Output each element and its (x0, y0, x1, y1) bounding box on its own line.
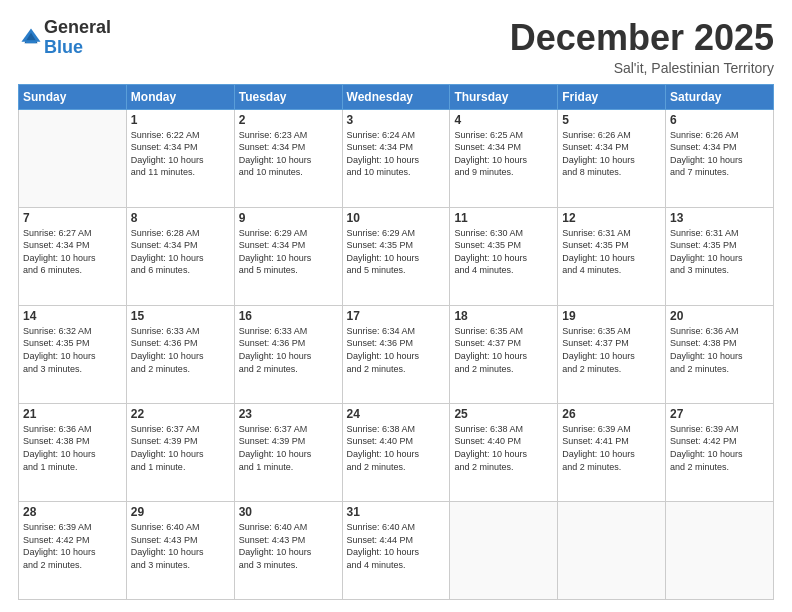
day-number: 25 (454, 407, 553, 421)
day-info: Sunrise: 6:40 AMSunset: 4:43 PMDaylight:… (131, 521, 230, 571)
day-info: Sunrise: 6:25 AMSunset: 4:34 PMDaylight:… (454, 129, 553, 179)
day-info: Sunrise: 6:27 AMSunset: 4:34 PMDaylight:… (23, 227, 122, 277)
table-row (666, 501, 774, 599)
day-number: 31 (347, 505, 446, 519)
calendar-week-row: 1Sunrise: 6:22 AMSunset: 4:34 PMDaylight… (19, 109, 774, 207)
day-info: Sunrise: 6:31 AMSunset: 4:35 PMDaylight:… (562, 227, 661, 277)
day-number: 11 (454, 211, 553, 225)
day-info: Sunrise: 6:35 AMSunset: 4:37 PMDaylight:… (562, 325, 661, 375)
logo-blue: Blue (44, 38, 111, 58)
calendar-header-row: Sunday Monday Tuesday Wednesday Thursday… (19, 84, 774, 109)
col-monday: Monday (126, 84, 234, 109)
table-row: 11Sunrise: 6:30 AMSunset: 4:35 PMDayligh… (450, 207, 558, 305)
day-info: Sunrise: 6:28 AMSunset: 4:34 PMDaylight:… (131, 227, 230, 277)
calendar-week-row: 14Sunrise: 6:32 AMSunset: 4:35 PMDayligh… (19, 305, 774, 403)
table-row: 19Sunrise: 6:35 AMSunset: 4:37 PMDayligh… (558, 305, 666, 403)
table-row: 13Sunrise: 6:31 AMSunset: 4:35 PMDayligh… (666, 207, 774, 305)
table-row: 9Sunrise: 6:29 AMSunset: 4:34 PMDaylight… (234, 207, 342, 305)
page: General Blue December 2025 Sal'it, Pales… (0, 0, 792, 612)
day-number: 2 (239, 113, 338, 127)
day-number: 23 (239, 407, 338, 421)
day-info: Sunrise: 6:33 AMSunset: 4:36 PMDaylight:… (239, 325, 338, 375)
day-number: 8 (131, 211, 230, 225)
day-info: Sunrise: 6:37 AMSunset: 4:39 PMDaylight:… (131, 423, 230, 473)
table-row: 21Sunrise: 6:36 AMSunset: 4:38 PMDayligh… (19, 403, 127, 501)
day-info: Sunrise: 6:40 AMSunset: 4:43 PMDaylight:… (239, 521, 338, 571)
day-number: 20 (670, 309, 769, 323)
day-number: 30 (239, 505, 338, 519)
table-row: 24Sunrise: 6:38 AMSunset: 4:40 PMDayligh… (342, 403, 450, 501)
table-row (450, 501, 558, 599)
calendar-week-row: 21Sunrise: 6:36 AMSunset: 4:38 PMDayligh… (19, 403, 774, 501)
table-row: 12Sunrise: 6:31 AMSunset: 4:35 PMDayligh… (558, 207, 666, 305)
table-row: 15Sunrise: 6:33 AMSunset: 4:36 PMDayligh… (126, 305, 234, 403)
logo-icon (20, 27, 42, 49)
table-row: 20Sunrise: 6:36 AMSunset: 4:38 PMDayligh… (666, 305, 774, 403)
col-wednesday: Wednesday (342, 84, 450, 109)
day-info: Sunrise: 6:22 AMSunset: 4:34 PMDaylight:… (131, 129, 230, 179)
day-number: 29 (131, 505, 230, 519)
day-info: Sunrise: 6:26 AMSunset: 4:34 PMDaylight:… (670, 129, 769, 179)
day-info: Sunrise: 6:29 AMSunset: 4:34 PMDaylight:… (239, 227, 338, 277)
day-number: 27 (670, 407, 769, 421)
day-info: Sunrise: 6:38 AMSunset: 4:40 PMDaylight:… (347, 423, 446, 473)
table-row: 17Sunrise: 6:34 AMSunset: 4:36 PMDayligh… (342, 305, 450, 403)
table-row: 2Sunrise: 6:23 AMSunset: 4:34 PMDaylight… (234, 109, 342, 207)
col-sunday: Sunday (19, 84, 127, 109)
col-saturday: Saturday (666, 84, 774, 109)
svg-rect-2 (26, 40, 36, 43)
day-info: Sunrise: 6:26 AMSunset: 4:34 PMDaylight:… (562, 129, 661, 179)
day-info: Sunrise: 6:35 AMSunset: 4:37 PMDaylight:… (454, 325, 553, 375)
day-info: Sunrise: 6:23 AMSunset: 4:34 PMDaylight:… (239, 129, 338, 179)
table-row (19, 109, 127, 207)
day-number: 10 (347, 211, 446, 225)
day-number: 21 (23, 407, 122, 421)
table-row: 4Sunrise: 6:25 AMSunset: 4:34 PMDaylight… (450, 109, 558, 207)
logo: General Blue (18, 18, 111, 58)
header: General Blue December 2025 Sal'it, Pales… (18, 18, 774, 76)
table-row: 7Sunrise: 6:27 AMSunset: 4:34 PMDaylight… (19, 207, 127, 305)
day-number: 19 (562, 309, 661, 323)
day-number: 5 (562, 113, 661, 127)
table-row: 22Sunrise: 6:37 AMSunset: 4:39 PMDayligh… (126, 403, 234, 501)
col-friday: Friday (558, 84, 666, 109)
table-row: 25Sunrise: 6:38 AMSunset: 4:40 PMDayligh… (450, 403, 558, 501)
day-number: 24 (347, 407, 446, 421)
day-info: Sunrise: 6:38 AMSunset: 4:40 PMDaylight:… (454, 423, 553, 473)
day-number: 1 (131, 113, 230, 127)
table-row: 1Sunrise: 6:22 AMSunset: 4:34 PMDaylight… (126, 109, 234, 207)
table-row: 18Sunrise: 6:35 AMSunset: 4:37 PMDayligh… (450, 305, 558, 403)
day-info: Sunrise: 6:34 AMSunset: 4:36 PMDaylight:… (347, 325, 446, 375)
day-number: 13 (670, 211, 769, 225)
day-info: Sunrise: 6:39 AMSunset: 4:42 PMDaylight:… (23, 521, 122, 571)
table-row: 8Sunrise: 6:28 AMSunset: 4:34 PMDaylight… (126, 207, 234, 305)
day-number: 12 (562, 211, 661, 225)
table-row: 16Sunrise: 6:33 AMSunset: 4:36 PMDayligh… (234, 305, 342, 403)
month-title: December 2025 (510, 18, 774, 58)
table-row: 6Sunrise: 6:26 AMSunset: 4:34 PMDaylight… (666, 109, 774, 207)
day-number: 17 (347, 309, 446, 323)
col-thursday: Thursday (450, 84, 558, 109)
day-info: Sunrise: 6:29 AMSunset: 4:35 PMDaylight:… (347, 227, 446, 277)
day-info: Sunrise: 6:32 AMSunset: 4:35 PMDaylight:… (23, 325, 122, 375)
calendar-week-row: 7Sunrise: 6:27 AMSunset: 4:34 PMDaylight… (19, 207, 774, 305)
day-info: Sunrise: 6:36 AMSunset: 4:38 PMDaylight:… (23, 423, 122, 473)
title-block: December 2025 Sal'it, Palestinian Territ… (510, 18, 774, 76)
day-info: Sunrise: 6:36 AMSunset: 4:38 PMDaylight:… (670, 325, 769, 375)
table-row: 28Sunrise: 6:39 AMSunset: 4:42 PMDayligh… (19, 501, 127, 599)
calendar-week-row: 28Sunrise: 6:39 AMSunset: 4:42 PMDayligh… (19, 501, 774, 599)
logo-text: General Blue (44, 18, 111, 58)
day-info: Sunrise: 6:39 AMSunset: 4:41 PMDaylight:… (562, 423, 661, 473)
day-number: 28 (23, 505, 122, 519)
calendar-table: Sunday Monday Tuesday Wednesday Thursday… (18, 84, 774, 600)
day-number: 16 (239, 309, 338, 323)
table-row: 26Sunrise: 6:39 AMSunset: 4:41 PMDayligh… (558, 403, 666, 501)
table-row: 14Sunrise: 6:32 AMSunset: 4:35 PMDayligh… (19, 305, 127, 403)
day-number: 7 (23, 211, 122, 225)
day-info: Sunrise: 6:37 AMSunset: 4:39 PMDaylight:… (239, 423, 338, 473)
table-row: 3Sunrise: 6:24 AMSunset: 4:34 PMDaylight… (342, 109, 450, 207)
table-row (558, 501, 666, 599)
day-info: Sunrise: 6:30 AMSunset: 4:35 PMDaylight:… (454, 227, 553, 277)
table-row: 10Sunrise: 6:29 AMSunset: 4:35 PMDayligh… (342, 207, 450, 305)
table-row: 5Sunrise: 6:26 AMSunset: 4:34 PMDaylight… (558, 109, 666, 207)
